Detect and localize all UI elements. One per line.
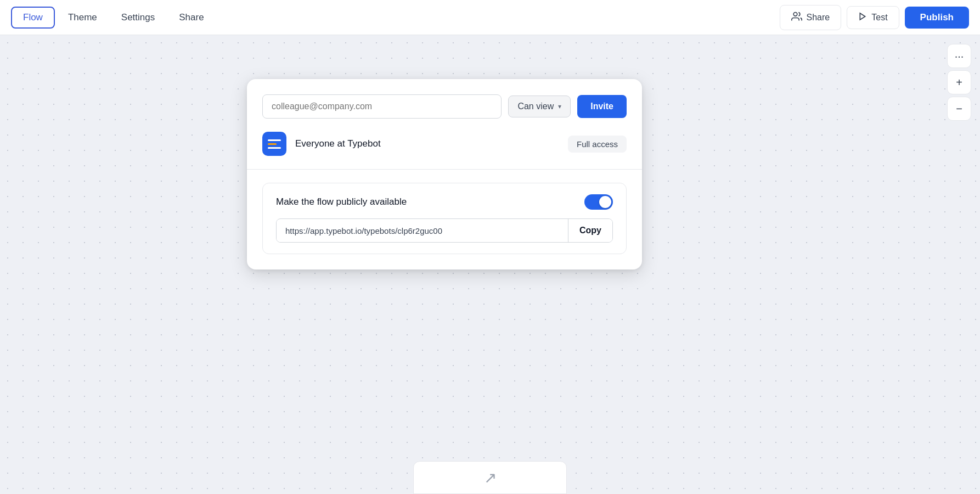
test-button[interactable]: Test xyxy=(847,6,899,29)
header: Flow Theme Settings Share Share Test xyxy=(0,0,980,35)
more-options-button[interactable]: ··· xyxy=(947,44,971,68)
bottom-node: ↗ xyxy=(413,461,567,494)
copy-button[interactable]: Copy xyxy=(568,219,612,242)
publish-button[interactable]: Publish xyxy=(905,7,969,29)
zoom-out-button[interactable]: − xyxy=(947,97,971,121)
chevron-down-icon: ▾ xyxy=(558,103,561,110)
nav-theme[interactable]: Theme xyxy=(57,8,108,27)
public-section: Make the flow publicly available https:/… xyxy=(247,170,642,270)
team-name: Everyone at Typebot xyxy=(295,138,559,149)
invite-button[interactable]: Invite xyxy=(577,95,627,118)
email-input[interactable] xyxy=(262,94,502,119)
share-arrow-icon: ↗ xyxy=(484,469,497,487)
share-btn-label: Share xyxy=(807,13,830,23)
avatar-line-long xyxy=(268,139,281,141)
header-nav: Flow Theme Settings Share xyxy=(11,7,780,29)
share-panel: Can view ▾ Invite Everyone at Typebot Fu… xyxy=(247,79,642,270)
invite-row: Can view ▾ Invite xyxy=(262,94,627,119)
invite-section: Can view ▾ Invite Everyone at Typebot Fu… xyxy=(247,79,642,170)
public-label: Make the flow publicly available xyxy=(276,197,407,207)
share-button[interactable]: Share xyxy=(780,5,842,30)
svg-marker-1 xyxy=(860,13,865,20)
full-access-badge: Full access xyxy=(568,136,627,153)
nav-flow[interactable]: Flow xyxy=(11,7,55,29)
share-people-icon xyxy=(791,11,802,24)
svg-point-0 xyxy=(793,12,797,16)
public-toggle[interactable] xyxy=(584,194,613,210)
public-inner: Make the flow publicly available https:/… xyxy=(262,183,627,254)
canvas-controls: ··· + − xyxy=(947,44,971,121)
zoom-out-icon: − xyxy=(956,103,962,115)
permission-label: Can view xyxy=(517,102,554,111)
url-text: https://app.typebot.io/typebots/clp6r2gu… xyxy=(277,220,568,242)
url-row: https://app.typebot.io/typebots/clp6r2gu… xyxy=(276,218,613,243)
zoom-in-button[interactable]: + xyxy=(947,70,971,94)
avatar-line-long2 xyxy=(268,147,281,149)
zoom-in-icon: + xyxy=(956,76,962,89)
team-row: Everyone at Typebot Full access xyxy=(262,132,627,156)
header-actions: Share Test Publish xyxy=(780,5,969,30)
avatar-line-short xyxy=(268,143,277,145)
toggle-thumb xyxy=(599,196,611,208)
nav-settings[interactable]: Settings xyxy=(110,8,166,27)
public-toggle-row: Make the flow publicly available xyxy=(276,194,613,210)
permission-dropdown[interactable]: Can view ▾ xyxy=(508,96,571,117)
nav-share[interactable]: Share xyxy=(168,8,215,27)
team-avatar xyxy=(262,132,286,156)
play-icon xyxy=(858,12,867,23)
avatar-icon xyxy=(268,139,281,149)
more-icon: ··· xyxy=(955,50,964,63)
test-btn-label: Test xyxy=(871,13,887,23)
canvas: Can view ▾ Invite Everyone at Typebot Fu… xyxy=(0,35,980,494)
